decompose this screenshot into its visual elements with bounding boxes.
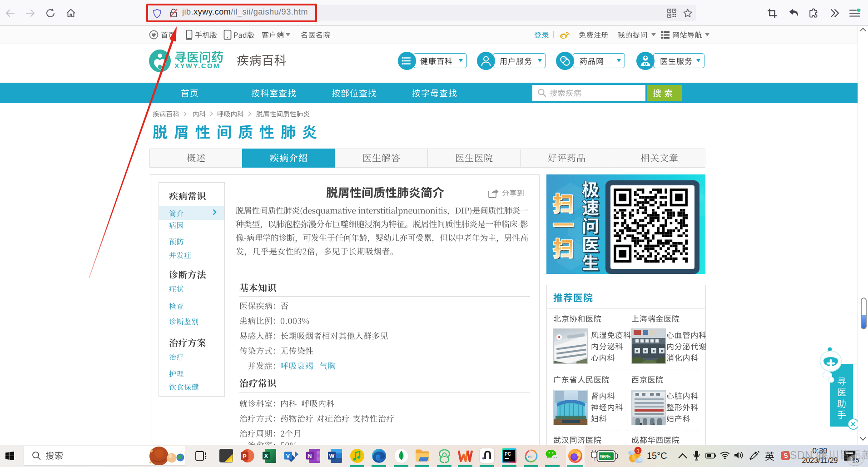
svg-text:1: 1 [637,448,640,453]
svg-text:W: W [329,453,335,459]
svg-text:P: P [243,453,247,460]
svg-text:ev: ev [528,453,532,459]
svg-text:V: V [286,452,290,459]
svg-text:96%: 96% [600,454,610,459]
svg-text:X: X [264,452,268,459]
svg-text:N: N [308,452,312,459]
svg-text:PC: PC [505,452,511,457]
